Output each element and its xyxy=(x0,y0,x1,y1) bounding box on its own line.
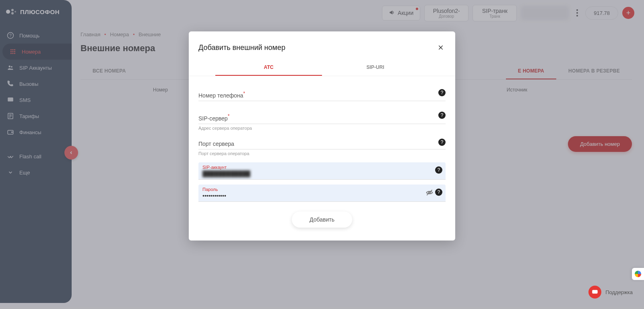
port-help-button[interactable]: ? xyxy=(438,139,446,146)
support-button[interactable]: Поддержка xyxy=(588,286,633,299)
sip-account-value: ████████████ xyxy=(202,170,442,177)
side-widget[interactable] xyxy=(632,268,644,280)
password-help-button[interactable]: ? xyxy=(435,189,442,196)
modal-tab-atc[interactable]: АТС xyxy=(215,60,322,76)
port-hint: Порт сервера оператора xyxy=(198,151,446,156)
phone-help-button[interactable]: ? xyxy=(438,89,446,96)
widget-icon xyxy=(635,271,641,277)
toggle-password-visibility[interactable] xyxy=(425,189,433,198)
sip-server-field[interactable]: SIP-сервер* ? xyxy=(198,110,446,124)
modal-title: Добавить внешний номер xyxy=(198,44,285,52)
support-label: Поддержка xyxy=(605,289,633,295)
sip-account-label: SIP-аккаунт xyxy=(202,165,442,170)
modal-tabs: АТС SIP-URI xyxy=(189,60,455,76)
close-icon xyxy=(438,44,444,51)
modal-add-external-number: Добавить внешний номер АТС SIP-URI Номер… xyxy=(189,31,455,241)
modal-submit-button[interactable]: Добавить xyxy=(292,212,352,228)
modal-header: Добавить внешний номер xyxy=(189,43,455,60)
password-value: •••••••••••• xyxy=(202,193,442,199)
required-marker: * xyxy=(243,91,245,96)
required-marker: * xyxy=(228,113,230,119)
svg-line-30 xyxy=(427,190,432,195)
svg-rect-31 xyxy=(592,290,598,294)
sip-server-hint: Адрес сервера оператора xyxy=(198,126,446,131)
sip-account-help-button[interactable]: ? xyxy=(435,166,442,174)
modal-overlay[interactable]: Добавить внешний номер АТС SIP-URI Номер… xyxy=(0,0,644,309)
sip-account-field[interactable]: SIP-аккаунт ████████████ ? xyxy=(198,162,446,180)
modal-body: Номер телефона* ? SIP-сервер* ? Адрес се… xyxy=(189,87,455,228)
eye-off-icon xyxy=(425,189,433,197)
sip-server-label: SIP-сервер xyxy=(198,115,228,122)
modal-tab-sip-uri[interactable]: SIP-URI xyxy=(322,60,429,76)
password-label: Пароль xyxy=(202,187,442,192)
sip-server-help-button[interactable]: ? xyxy=(438,112,446,119)
port-label: Порт сервера xyxy=(198,141,234,147)
support-chat-icon xyxy=(588,286,601,299)
modal-close-button[interactable] xyxy=(436,43,446,52)
phone-label: Номер телефона xyxy=(198,92,243,99)
phone-field[interactable]: Номер телефона* ? xyxy=(198,87,446,101)
port-field[interactable]: Порт сервера ? xyxy=(198,137,446,149)
password-field[interactable]: Пароль •••••••••••• ? xyxy=(198,185,446,202)
